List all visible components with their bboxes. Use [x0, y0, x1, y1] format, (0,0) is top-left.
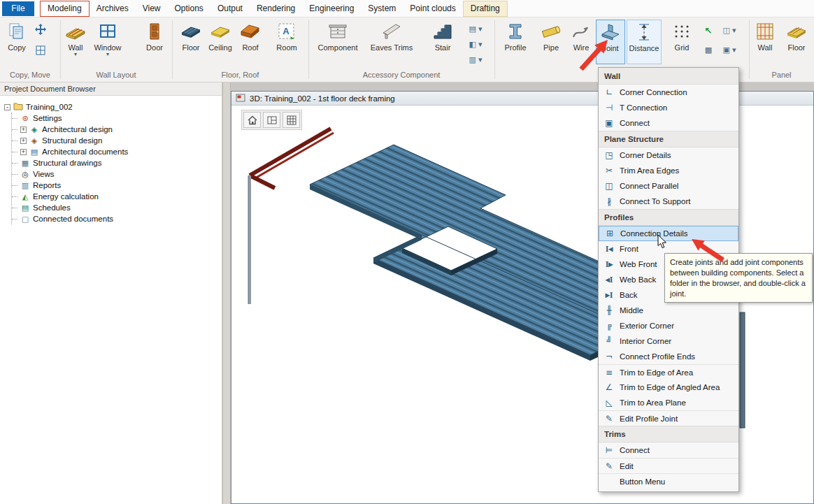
connect-profile-ends-icon: ¬	[604, 352, 615, 361]
pipe-button[interactable]: Pipe	[536, 20, 566, 64]
eaves-trims-button[interactable]: Eaves Trims	[366, 20, 417, 64]
menu-item-trims-connect[interactable]: ⊨ Connect	[599, 442, 738, 458]
menu-item-connect-parallel[interactable]: ◫ Connect Parallel	[599, 178, 738, 194]
viewport-window-icon	[235, 92, 246, 105]
tab-engineering[interactable]: Engineering	[302, 1, 361, 17]
menu-item-connect[interactable]: ▣ Connect	[599, 115, 738, 131]
ceiling-button[interactable]: Ceiling	[206, 20, 235, 64]
menu-item-corner-details[interactable]: ◳ Corner Details	[599, 147, 738, 163]
panel-wall-button[interactable]: Wall	[751, 20, 779, 64]
grid-edit-button[interactable]: ▩	[699, 43, 717, 57]
tree-item-label: Connected documents	[33, 215, 113, 223]
tab-view[interactable]: View	[136, 1, 168, 17]
menu-item-edit-profile-joint[interactable]: ✎ Edit Profile Joint	[599, 410, 738, 426]
select-tool-button[interactable]: ↖	[699, 23, 717, 37]
wire-button[interactable]: Wire	[568, 20, 594, 64]
tab-modeling[interactable]: Modeling	[40, 1, 90, 17]
menu-item-interior-corner[interactable]: ╝ Interior Corner	[599, 333, 738, 349]
menu-item-label: Connect	[620, 119, 650, 127]
t-connection-icon: ⊣	[604, 103, 615, 113]
menu-item-button-menu[interactable]: Button Menu	[599, 473, 738, 489]
tab-point-clouds[interactable]: Point clouds	[403, 1, 462, 17]
tree-item-architectural-documents[interactable]: + ▤ Architectural documents	[12, 146, 222, 157]
group-label-panel: Panel	[749, 71, 814, 79]
menu-item-connect-profile-ends[interactable]: ¬ Connect Profile Ends	[599, 349, 738, 364]
split-view-button[interactable]	[263, 112, 280, 128]
menu-item-label: Middle	[620, 306, 643, 315]
move-button[interactable]	[32, 22, 49, 38]
trim-to-area-plane-icon: ◺	[604, 398, 615, 408]
house-icon	[247, 115, 258, 126]
tab-system[interactable]: System	[361, 1, 403, 17]
tree-item-label: Structural drawings	[33, 159, 101, 167]
tab-options[interactable]: Options	[168, 1, 210, 17]
file-menu-button[interactable]: File	[2, 1, 34, 16]
tree-item-structural-drawings[interactable]: ▦ Structural drawings	[12, 157, 222, 168]
tree-item-energy-calculation[interactable]: ◭ Energy calculation	[12, 191, 222, 202]
door-button[interactable]: Door	[140, 20, 169, 64]
tree-item-structural-design[interactable]: + ◈ Structural design	[12, 135, 222, 146]
web-back-joint-icon: ◂I	[604, 275, 615, 285]
floor-button[interactable]: Floor	[176, 20, 206, 64]
menu-item-exterior-corner[interactable]: ╔ Exterior Corner	[599, 318, 738, 333]
project-document-browser: Project Document Browser - Training_002 …	[0, 82, 222, 504]
pick-tool-button[interactable]: ◫ ▾	[719, 23, 740, 37]
component-button[interactable]: Component	[315, 20, 361, 64]
wall-button[interactable]: Wall ▾	[62, 20, 90, 64]
viewport-title: 3D: Training_002 - 1st floor deck framin…	[250, 94, 395, 103]
menu-item-connection-details[interactable]: ⊞ Connection Details	[599, 226, 738, 241]
distance-button[interactable]: Distance	[627, 20, 662, 64]
joint-button[interactable]: Joint	[596, 20, 625, 64]
panel-splitter[interactable]	[222, 82, 231, 504]
menu-item-trim-area-edges[interactable]: ✂ Trim Area Edges	[599, 163, 738, 178]
pipe-icon	[541, 20, 562, 43]
expand-icon[interactable]: +	[20, 149, 27, 155]
menu-item-label: Trim to Area Plane	[620, 398, 686, 407]
menu-item-trim-to-edge-of-area[interactable]: ≡ Trim to Edge of Area	[599, 364, 738, 380]
pick-tool-icon: ◫ ▾	[723, 26, 736, 35]
tab-rendering[interactable]: Rendering	[250, 1, 302, 17]
expand-icon[interactable]: +	[20, 138, 27, 144]
accessory-mini-tool-1[interactable]: ▤ ▾	[464, 22, 487, 36]
stair-button[interactable]: Stair	[422, 20, 463, 64]
menu-item-label: Edit Profile Joint	[620, 415, 678, 423]
room-button[interactable]: A Room	[271, 20, 302, 64]
tree-item-schedules[interactable]: ▤ Schedules	[12, 202, 222, 213]
menu-item-middle[interactable]: ╫ Middle	[599, 303, 738, 318]
window-tool-button[interactable]: ▣ ▾	[719, 43, 740, 57]
tab-drafting[interactable]: Drafting	[463, 1, 508, 17]
tab-archives[interactable]: Archives	[90, 1, 136, 17]
roof-button[interactable]: Roof	[235, 20, 266, 64]
trim-area-edges-icon: ✂	[604, 166, 615, 175]
menu-item-trim-to-edge-of-angled-area[interactable]: ∠ Trim to Edge of Angled Area	[599, 380, 738, 395]
grid-view-button[interactable]	[283, 112, 300, 128]
accessory-mini-tool-2[interactable]: ◧ ▾	[464, 37, 487, 51]
connect-to-support-icon: ∦	[604, 196, 615, 206]
window-button[interactable]: Window ▾	[92, 20, 123, 64]
tree-item-settings[interactable]: ⊛ Settings	[12, 113, 222, 124]
viewport-toolbar	[241, 110, 302, 130]
menu-item-connect-to-support[interactable]: ∦ Connect To Support	[599, 194, 738, 209]
tree-root-training-002[interactable]: - Training_002	[4, 101, 222, 113]
menu-item-trim-to-area-plane[interactable]: ◺ Trim to Area Plane	[599, 395, 738, 410]
collapse-icon[interactable]: -	[4, 104, 10, 110]
grid-button[interactable]: Grid	[667, 20, 697, 64]
tree-item-reports[interactable]: ▥ Reports	[12, 180, 222, 191]
copy-multiple-button[interactable]	[32, 43, 49, 59]
panel-floor-button[interactable]: Floor	[782, 20, 811, 64]
menu-item-t-connection[interactable]: ⊣ T Connection	[599, 100, 738, 115]
half-panel-tool-icon: ◧ ▾	[469, 40, 483, 49]
menu-section-wall: Wall	[599, 68, 738, 85]
accessory-mini-tool-3[interactable]: ▥ ▾	[464, 52, 487, 66]
menu-item-label: Connect Parallel	[620, 182, 678, 190]
home-view-button[interactable]	[243, 112, 261, 128]
menu-item-trims-edit[interactable]: ✎ Edit	[599, 458, 738, 473]
tree-item-architectural-design[interactable]: + ◈ Architectural design	[12, 124, 222, 135]
tab-output[interactable]: Output	[210, 1, 250, 17]
tree-item-connected-documents[interactable]: ▢ Connected documents	[12, 213, 222, 224]
copy-button[interactable]: Copy	[3, 20, 31, 64]
menu-item-corner-connection[interactable]: ∟ Corner Connection	[599, 85, 738, 100]
expand-icon[interactable]: +	[20, 127, 27, 133]
tree-item-views[interactable]: ◎ Views	[12, 168, 222, 180]
profile-button[interactable]: Profile	[499, 20, 531, 64]
